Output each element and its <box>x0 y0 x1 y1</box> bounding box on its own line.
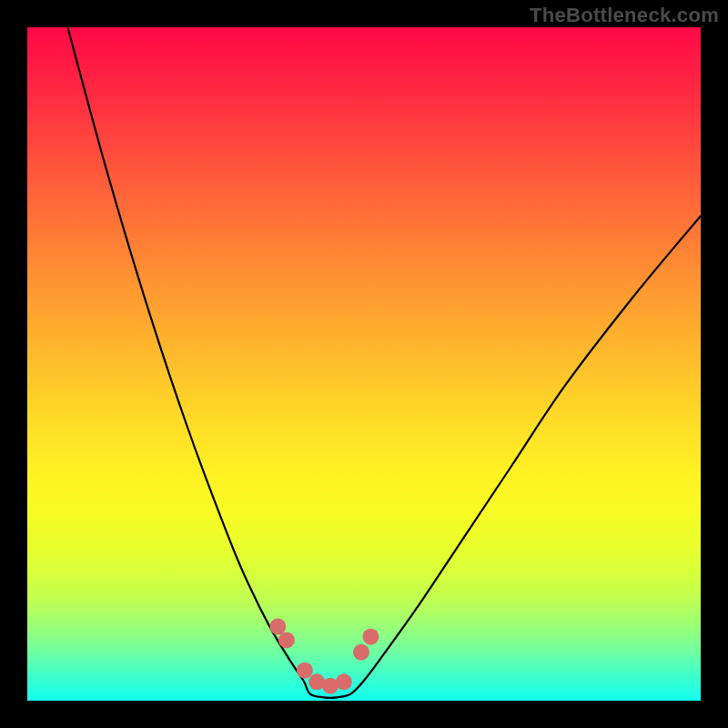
plot-area <box>27 27 701 701</box>
valley-marker <box>353 644 369 661</box>
watermark-label: TheBottleneck.com <box>530 4 719 27</box>
bottleneck-curve <box>67 27 701 698</box>
chart-frame: TheBottleneck.com <box>0 0 728 728</box>
valley-marker <box>278 632 295 648</box>
valley-marker <box>269 619 286 635</box>
valley-marker <box>297 662 313 679</box>
valley-marker <box>362 629 379 645</box>
valley-marker <box>336 673 352 690</box>
curve-svg <box>27 27 701 701</box>
